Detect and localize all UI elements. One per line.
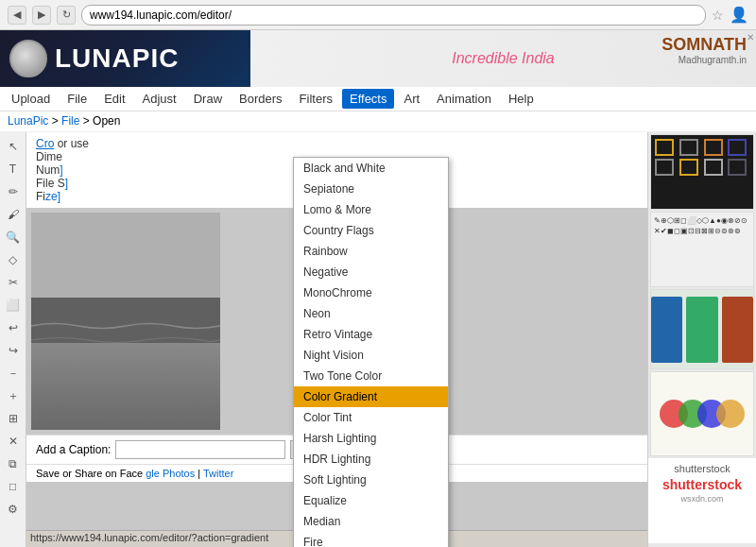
content-line1: or use — [58, 137, 89, 150]
tool-undo[interactable]: ↩ — [3, 317, 24, 338]
tool-crop[interactable]: ✂ — [3, 272, 24, 293]
tool-paint[interactable]: 🖌 — [3, 204, 24, 225]
tool-cursor[interactable]: ↖ — [3, 136, 24, 157]
ad-block-1 — [650, 134, 754, 210]
ad-brochure-3 — [722, 297, 753, 363]
bookmark-icon[interactable]: ☆ — [712, 8, 724, 23]
tool-redo[interactable]: ↪ — [3, 340, 24, 361]
tool-zoom[interactable]: 🔍 — [3, 227, 24, 248]
menu-adjust[interactable]: Adjust — [135, 89, 184, 109]
back-button[interactable]: ◀ — [8, 6, 26, 25]
svg-rect-0 — [31, 213, 220, 298]
logo-text: LUNAPIC — [55, 43, 179, 74]
ad-frame-gold — [655, 139, 674, 156]
ad-brochure-2 — [686, 297, 717, 363]
tool-shape[interactable]: ◇ — [3, 249, 24, 270]
svg-rect-2 — [31, 373, 220, 430]
ad-block-2: ✎⊕⬡⊞◻⬜◇⬡▲●◉⊗⊘⊙✕✔◼◻▣⊡⊟⊠⊞⊝⊜⊛⊚ — [650, 212, 754, 287]
logo-icon — [9, 40, 47, 77]
filter-equalize[interactable]: Equalize — [294, 490, 448, 511]
shutterstock-label: shutterstock — [653, 463, 751, 474]
google-photos-link[interactable]: gle Photos — [146, 468, 195, 479]
menu-filters[interactable]: Filters — [292, 89, 340, 109]
bracket3: ze] — [45, 190, 60, 203]
go-button[interactable]: Go — [290, 440, 318, 459]
ad-block-3 — [650, 289, 754, 369]
shutterstock-block: shutterstock shutterstock wsxdn.com — [648, 458, 756, 543]
breadcrumb-lunapic[interactable]: LunaPic — [8, 114, 48, 128]
ad-frame-gold2 — [679, 159, 698, 176]
content-text: Cro or use Dime Num] File S] Fize] — [26, 132, 647, 208]
content-line3: Num — [36, 163, 60, 177]
tool-settings[interactable]: ⚙ — [3, 499, 24, 520]
ad-headline: Incredible India — [452, 50, 555, 67]
breadcrumb: LunaPic > File > Open — [0, 111, 756, 132]
menu-edit[interactable]: Edit — [96, 89, 132, 109]
caption-input[interactable] — [115, 440, 285, 459]
tool-grid[interactable]: ⊞ — [3, 408, 24, 429]
tool-pencil[interactable]: ✏ — [3, 181, 24, 202]
header-ad-banner: Incredible India SOMNATH Madhugramth.in … — [250, 30, 756, 87]
menu-effects[interactable]: Effects — [342, 89, 395, 109]
cro-link[interactable]: Cro — [36, 137, 54, 150]
caption-label: Add a Caption: — [36, 443, 111, 456]
bracket2: ] — [65, 177, 68, 190]
ad-frame-silver — [679, 139, 698, 156]
ad-brand: SOMNATH — [662, 35, 747, 55]
menu-file[interactable]: File — [60, 89, 94, 109]
menu-art[interactable]: Art — [396, 89, 427, 109]
ad-frame-dark — [728, 159, 747, 176]
breadcrumb-file[interactable]: File — [61, 114, 79, 128]
shutterstock-sub: wsxdn.com — [653, 494, 751, 504]
content-line5: Fi — [36, 190, 45, 203]
share-bar: Save or Share on Face gle Photos | Twitt… — [26, 464, 647, 482]
bracket1: ] — [60, 163, 62, 177]
shutterstock-text: shutterstock — [653, 477, 751, 492]
ad-frame-blue — [728, 139, 747, 156]
forward-button[interactable]: ▶ — [32, 6, 51, 25]
ad-frame-gray1 — [655, 159, 674, 176]
tool-close[interactable]: ✕ — [3, 431, 24, 452]
main-layout: ↖ T ✏ 🖌 🔍 ◇ ✂ ⬜ ↩ ↪ － ＋ ⊞ ✕ ⧉ □ ⚙ Cro or… — [0, 132, 756, 547]
menu-upload[interactable]: Upload — [4, 89, 58, 109]
menu-draw[interactable]: Draw — [186, 89, 230, 109]
ad-close-icon[interactable]: ✕ — [747, 32, 754, 43]
menu-help[interactable]: Help — [501, 89, 541, 109]
ad-right: SOMNATH Madhugramth.in — [662, 35, 747, 65]
content-line2: Dime — [36, 150, 62, 163]
right-panel: ✎⊕⬡⊞◻⬜◇⬡▲●◉⊗⊘⊙✕✔◼◻▣⊡⊟⊠⊞⊝⊜⊛⊚ shutterstock… — [647, 132, 756, 547]
menu-borders[interactable]: Borders — [232, 89, 290, 109]
status-url: https://www194.lunapic.com/editor/?actio… — [30, 532, 268, 543]
svg-rect-1 — [31, 298, 220, 373]
caption-area: Add a Caption: Go — [26, 435, 647, 464]
app-header: LUNAPIC Incredible India SOMNATH Madhugr… — [0, 30, 756, 87]
refresh-button[interactable]: ↻ — [57, 6, 76, 25]
canvas-area — [31, 213, 643, 430]
tool-rect[interactable]: □ — [3, 476, 24, 497]
logo-area: LUNAPIC — [0, 30, 250, 87]
twitter-link[interactable]: Twitter — [203, 468, 233, 479]
ad-frame-brown — [704, 139, 723, 156]
menu-bar: Upload File Edit Adjust Draw Borders Fil… — [0, 87, 756, 111]
content-line4: File S — [36, 177, 65, 190]
tool-plus[interactable]: ＋ — [3, 385, 24, 406]
ad-icons-row: ✎⊕⬡⊞◻⬜◇⬡▲●◉⊗⊘⊙✕✔◼◻▣⊡⊟⊠⊞⊝⊜⊛⊚ — [654, 215, 750, 236]
ad-sub: Madhugramth.in — [662, 55, 747, 65]
ad-frame-light — [704, 159, 723, 176]
breadcrumb-current: Open — [93, 114, 120, 128]
tool-minus[interactable]: － — [3, 363, 24, 384]
profile-icon[interactable]: 👤 — [730, 6, 748, 24]
address-bar[interactable] — [81, 5, 706, 26]
svg-point-8 — [716, 400, 745, 428]
status-bar: https://www194.lunapic.com/editor/?actio… — [26, 530, 647, 547]
tool-select[interactable]: ⬜ — [3, 295, 24, 316]
tool-text[interactable]: T — [3, 159, 24, 179]
browser-bar: ◀ ▶ ↻ ☆ 👤 — [0, 0, 756, 30]
ad-block-4 — [650, 371, 754, 456]
canvas-image — [31, 213, 220, 430]
ad-infographic — [655, 376, 749, 452]
tool-copy[interactable]: ⧉ — [3, 453, 24, 474]
filter-median[interactable]: Median — [294, 511, 448, 532]
share-text: Save or Share on Face — [36, 468, 143, 479]
menu-animation[interactable]: Animation — [429, 89, 499, 109]
